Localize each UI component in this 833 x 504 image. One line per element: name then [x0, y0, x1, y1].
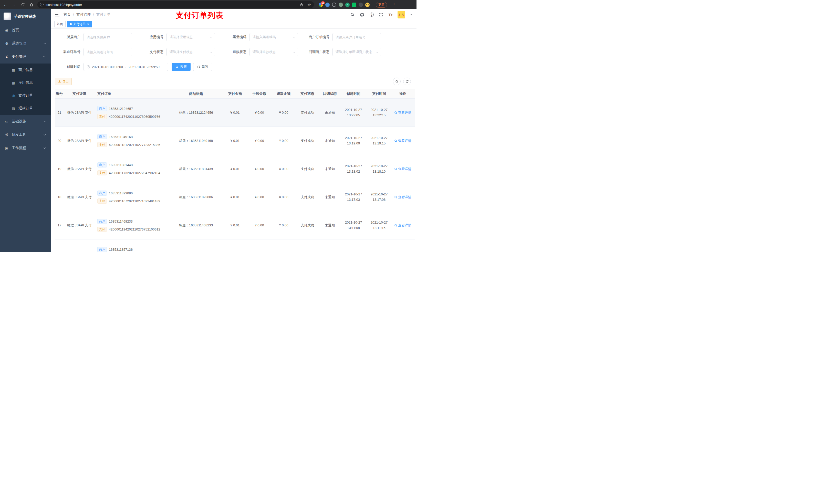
cell-id: 16 — [55, 251, 64, 252]
breadcrumb-home[interactable]: 首页 — [64, 12, 71, 17]
view-detail-link[interactable]: 查看详情 — [394, 139, 411, 143]
cell-pay-time: 2021-10-2713:11:15 — [366, 220, 392, 231]
cell-create-time: 2021-10-2713:22:05 — [341, 107, 366, 118]
active-tab-dot — [70, 23, 72, 25]
browser-menu-icon[interactable]: ⋮ — [392, 2, 396, 7]
app-id-select[interactable]: 请选择应用信息 — [166, 33, 215, 41]
browser-home-icon[interactable] — [29, 2, 34, 7]
extension-icon[interactable] — [332, 3, 336, 7]
help-icon[interactable]: ? — [370, 13, 374, 17]
cell-create-time: 2021-10-2713:18:02 — [341, 164, 366, 174]
extension-icon[interactable] — [352, 3, 356, 7]
view-detail-link[interactable]: 查看详情 — [394, 251, 411, 252]
browser-forward-icon[interactable]: → — [12, 2, 16, 7]
reset-button[interactable]: 重置 — [193, 63, 212, 71]
sidebar-item-workflow[interactable]: ▣ 工作流程 — [0, 141, 51, 155]
extension-icon[interactable] — [359, 3, 363, 7]
extension-icon[interactable]: 10 — [319, 3, 323, 7]
address-bar[interactable]: i localhost:1024/pay/order ☆ — [38, 1, 314, 8]
fullscreen-icon[interactable] — [379, 12, 383, 17]
sidebar-item-home[interactable]: ◉ 首页 — [0, 24, 51, 37]
filter-label: 应用编号 — [138, 35, 166, 40]
cell-amount: ¥ 0.01 — [223, 139, 247, 143]
extension-icon[interactable] — [339, 3, 343, 7]
tab-home[interactable]: 首页 — [54, 21, 66, 27]
extensions-row: 10 ✓ — [319, 3, 370, 7]
cell-action: 查看详情 — [392, 139, 414, 143]
tab-close-icon[interactable]: × — [87, 23, 89, 26]
app-logo: 芋道管理系统 — [0, 9, 51, 24]
chevron-up-icon — [43, 56, 45, 58]
cell-action: 查看详情 — [392, 111, 414, 115]
user-dropdown-caret-icon[interactable] — [410, 14, 412, 15]
channel-code-select[interactable]: 请输入渠道编码 — [249, 33, 298, 41]
dashboard-icon: ◉ — [5, 28, 9, 32]
channel-order-no-input[interactable] — [84, 48, 132, 56]
search-icon[interactable] — [350, 12, 355, 17]
merchant-tag: 商户 — [97, 106, 107, 111]
sidebar-item-refund-order[interactable]: ▧ 退款订单 — [0, 102, 51, 115]
toggle-search-button[interactable] — [393, 78, 401, 85]
date-start[interactable]: 2021-10-01 00:00:00 — [92, 65, 123, 69]
view-detail-link[interactable]: 查看详情 — [394, 111, 411, 115]
filter-label: 回调商户状态 — [304, 50, 332, 54]
cell-amount: ¥ 0.01 — [223, 167, 247, 171]
extension-icon[interactable] — [365, 3, 370, 7]
create-time-range-picker[interactable]: 2021-10-01 00:00:00 - 2021-10-31 23:59:5… — [84, 63, 168, 71]
refund-status-select[interactable]: 请选择退款状态 — [249, 48, 298, 56]
cell-create-time: 2021-10-2713:11:08 — [341, 220, 366, 231]
share-icon[interactable] — [299, 2, 304, 7]
chevron-down-icon — [376, 51, 378, 53]
sidebar-item-pay-order[interactable]: ◎ 支付订单 — [0, 89, 51, 102]
merchant-order-no-input[interactable] — [332, 33, 381, 41]
font-size-icon[interactable]: TT — [388, 13, 392, 17]
cell-notify: 未通知 — [319, 223, 341, 228]
search-button[interactable]: 搜索 — [172, 63, 191, 71]
extension-icon[interactable] — [325, 3, 330, 7]
sidebar-item-system[interactable]: ⚙ 系统管理 — [0, 37, 51, 50]
url-text[interactable]: localhost:1024/pay/order — [46, 3, 297, 7]
view-detail-link[interactable]: 查看详情 — [394, 223, 411, 228]
merchant-order-no: 1635311857136 — [109, 248, 133, 251]
view-detail-link[interactable]: 查看详情 — [394, 195, 411, 199]
extension-icon[interactable]: ✓ — [345, 3, 350, 7]
chevron-down-icon — [210, 36, 212, 38]
tab-pay-order[interactable]: 支付订单 × — [67, 21, 92, 27]
export-button[interactable]: 导出 — [55, 78, 72, 85]
refresh-table-button[interactable] — [403, 78, 411, 85]
channel-order-no: 4200001194202110276752100612 — [109, 227, 160, 231]
sidebar-item-pay[interactable]: ¥ 支付管理 — [0, 50, 51, 64]
browser-update-button[interactable]: 更新 — [376, 2, 387, 8]
view-detail-link[interactable]: 查看详情 — [394, 167, 411, 171]
date-end[interactable]: 2021-10-31 23:59:59 — [128, 65, 160, 69]
sidebar-menu: ◉ 首页 ⚙ 系统管理 ¥ 支付管理 ▤ 商户信息 ▦ 应用信息 — [0, 24, 51, 155]
browser-reload-icon[interactable] — [21, 2, 25, 7]
sidebar-item-infrastructure[interactable]: ▭ 基础设施 — [0, 115, 51, 128]
sidebar-item-app-info[interactable]: ▦ 应用信息 — [0, 76, 51, 89]
browser-back-icon[interactable]: ← — [3, 2, 8, 7]
sidebar-item-dev-tools[interactable]: ⚒ 研发工具 — [0, 128, 51, 141]
pay-tag: 支付 — [97, 226, 107, 232]
orders-table: 编号 支付渠道 支付订单 商品标题 支付金额 手续金额 退款金额 支付状态 回调… — [55, 89, 415, 252]
cell-refund: ¥ 0.00 — [271, 167, 296, 171]
hamburger-icon[interactable] — [55, 13, 60, 16]
user-avatar[interactable] — [398, 11, 405, 19]
chevron-down-icon — [44, 146, 46, 148]
pay-status-select[interactable]: 请选择支付状态 — [166, 48, 215, 56]
page-content: 所属商户 应用编号 请选择应用信息 渠道编码 请输入渠道编码 — [51, 28, 416, 252]
merchant-filter-input[interactable] — [84, 33, 132, 41]
github-icon[interactable] — [360, 12, 364, 17]
cell-order: 商户 1635311468233 支付 42000011942021102767… — [95, 219, 169, 232]
pay-tag: 支付 — [97, 198, 107, 203]
table-row: 18 微信 JSAPI 支付 商户 1635311823086 支付 42000… — [55, 183, 415, 211]
sidebar-item-merchant-info[interactable]: ▤ 商户信息 — [0, 64, 51, 76]
site-info-icon[interactable]: i — [40, 3, 44, 6]
bookmark-star-icon[interactable]: ☆ — [307, 2, 311, 7]
breadcrumb-pay[interactable]: 支付管理 — [76, 12, 91, 17]
table-row: 16 微信 JSAPI 支付 商户 1635311857136 支付 — [55, 239, 415, 252]
notify-status-select[interactable]: 请选择订单回调商户状态 — [332, 48, 381, 56]
pay-tag: 支付 — [97, 170, 107, 175]
cell-id: 18 — [55, 195, 64, 199]
channel-order-no: 4200001181202110277723215336 — [109, 143, 160, 147]
pay-submenu: ▤ 商户信息 ▦ 应用信息 ◎ 支付订单 ▧ 退款订单 — [0, 64, 51, 115]
